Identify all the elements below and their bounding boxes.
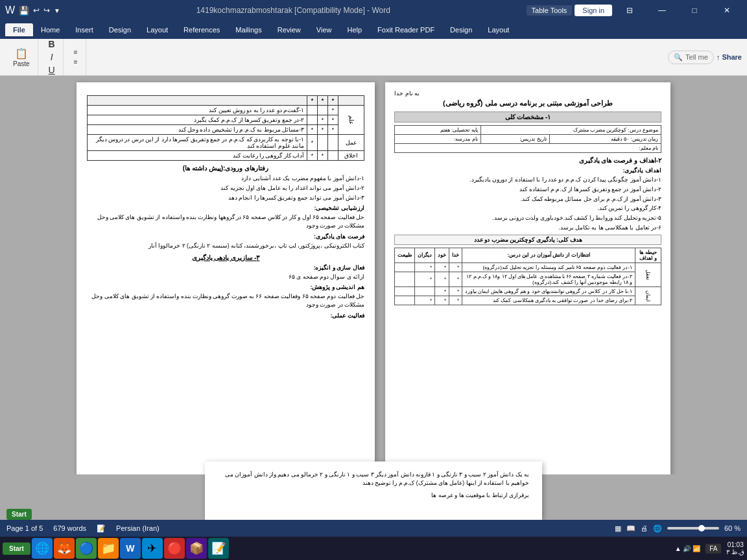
- table-row: زمان تدریس: ۵۰ دقیقه تاریخ تدریس: نام مد…: [395, 135, 661, 144]
- taskbar-chrome-icon[interactable]: 🔵: [76, 538, 97, 559]
- col-star2: *: [318, 96, 328, 106]
- objectives-table: حیطه ها و اهداف انتظارات از دانش آموزان …: [394, 248, 661, 305]
- col-self: خود: [435, 248, 449, 262]
- tab-design[interactable]: Design: [101, 23, 139, 36]
- bottom-text1: به یک دانش آموز ۲ سیب و ۳ نارنگی و ۱ قار…: [218, 471, 529, 487]
- col-star3: *: [307, 96, 318, 106]
- collaborative-title: هم اندیشی و پژوهش:: [87, 284, 364, 290]
- time: 01:03: [728, 541, 744, 548]
- italic-button[interactable]: I: [48, 51, 56, 64]
- start-button[interactable]: Start: [6, 509, 32, 520]
- view-normal-icon[interactable]: ▦: [615, 524, 621, 533]
- tab-layout2[interactable]: Layout: [480, 23, 517, 36]
- view-web-icon[interactable]: 🌐: [653, 524, 662, 533]
- paste-button[interactable]: 📋 Paste: [10, 46, 32, 69]
- right-page-title: طراحی آموزشی مبتنی بر برنامه درسی ملی (گ…: [394, 99, 661, 108]
- star-cell: *: [328, 115, 338, 125]
- tab-file[interactable]: File: [5, 23, 33, 36]
- table-row: اخلاق * * آداب کار گروهی را رعایت کند: [88, 151, 364, 161]
- taskbar-app5-icon[interactable]: 🔴: [164, 538, 185, 559]
- zoom-thumb: [698, 525, 705, 531]
- view-print-icon[interactable]: 🖨: [641, 524, 648, 532]
- system-tray-icons: ▲ 🔊 📶: [675, 545, 700, 552]
- col-star1: *: [328, 96, 338, 106]
- word-icon: W: [5, 5, 15, 16]
- taskbar-folder-icon[interactable]: 📁: [98, 538, 119, 559]
- view-read-icon[interactable]: 📖: [626, 524, 635, 533]
- page-bottom: به یک دانش آموز ۲ سیب و ۳ نارنگی و ۱ قار…: [205, 461, 542, 520]
- tab-home[interactable]: Home: [33, 23, 67, 36]
- tab-mailings[interactable]: Mailings: [228, 23, 269, 36]
- restore-button[interactable]: ⊟: [615, 0, 645, 21]
- star-cell: *: [307, 125, 318, 135]
- learning-goals-title: اهداف یادگیری:: [394, 167, 661, 174]
- tab-insert[interactable]: Insert: [67, 23, 101, 36]
- taskbar-app7-icon[interactable]: 📝: [208, 538, 229, 559]
- star: [395, 296, 415, 305]
- table-row: تعقل ۱-در فعالیت دوم صفحه ۶۵ نامبر کند و…: [395, 262, 661, 272]
- ribbon-group-paragraph: ≡ ≡: [66, 39, 86, 75]
- save-icon[interactable]: 💾: [19, 6, 29, 16]
- aql-row1: ۱-در فعالیت دوم صفحه ۶۵ نامبر کند ومسئله…: [462, 262, 635, 272]
- tab-help[interactable]: Help: [339, 23, 370, 36]
- star-cell: *: [328, 106, 338, 115]
- ribbon-tabs: File Home Insert Design Layout Reference…: [0, 21, 747, 39]
- search-icon: 🔍: [674, 53, 683, 62]
- close-button[interactable]: ✕: [712, 0, 742, 21]
- language-btn[interactable]: FA: [706, 544, 721, 554]
- taskbar-app6-icon[interactable]: 📦: [186, 538, 207, 559]
- table-row: * * * ۳-مسائل مربوط به ک.م.م را تشخیص دا…: [88, 125, 364, 135]
- col-god: خدا: [449, 248, 462, 262]
- star-cell: *: [318, 151, 328, 161]
- star-cell: *: [318, 115, 328, 125]
- tab-layout[interactable]: Layout: [139, 23, 176, 36]
- goal6: ۶-در تعامل با همکلاسی ها به تکامل برسد.: [394, 224, 661, 232]
- minimize-button[interactable]: —: [647, 0, 677, 21]
- table-row: موضوع درس: کوچکترین مضرب مشترک پایه تحصی…: [395, 126, 661, 135]
- window-title: 1419kochmazrabmoshtarak [Compatibility M…: [60, 6, 527, 15]
- star: *: [415, 272, 435, 286]
- undo-icon[interactable]: ↩: [33, 6, 40, 15]
- align-right-button[interactable]: ≡: [71, 47, 80, 57]
- pre3: ۳-دانش آموز می تواند جمع وتفریق کسرها را…: [87, 194, 364, 202]
- maximize-button[interactable]: □: [680, 0, 709, 21]
- general-info-table: موضوع درس: کوچکترین مضرب مشترک پایه تحصی…: [394, 125, 661, 153]
- pre1: ۱-دانش آموز با مفهوم مضرب یک عدد آشنایی …: [87, 174, 364, 183]
- title-bar: W 💾 ↩ ↪ ▼ 1419kochmazrabmoshtarak [Compa…: [0, 0, 747, 21]
- taskbar-telegram-icon[interactable]: ✈: [142, 538, 163, 559]
- share-button[interactable]: ↑ Share: [717, 53, 742, 61]
- subject-amal: عمل: [338, 135, 364, 151]
- table-row: ایمان ۱-با حل کار در کلاس در گروهی توانم…: [395, 286, 661, 296]
- star: *: [449, 286, 462, 296]
- iman-row2: ۲-برای رضای خدا در صورت توافقی به یادگیر…: [462, 296, 635, 305]
- quick-access-arrow[interactable]: ▼: [54, 7, 60, 14]
- ribbon-content: 📋 Paste B I U ≡ ≡ 🔍 Tell me ↑ Share: [0, 39, 747, 75]
- taskbar-firefox-icon[interactable]: 🦊: [54, 538, 75, 559]
- tab-foxit[interactable]: Foxit Reader PDF: [370, 23, 442, 36]
- teacher-cell: نام معلم:: [395, 144, 661, 153]
- main-goal: هدف کلی: یادگیری کوچکترین مضرب دو عدد: [394, 235, 661, 245]
- start-button[interactable]: Start: [3, 542, 30, 555]
- tab-review[interactable]: Review: [270, 23, 309, 36]
- star: *: [435, 296, 449, 305]
- tell-me-box[interactable]: 🔍 Tell me: [668, 51, 714, 64]
- redo-icon[interactable]: ↪: [43, 6, 50, 15]
- bold-button[interactable]: B: [46, 38, 58, 51]
- sign-in-button[interactable]: Sign in: [575, 5, 612, 16]
- tab-view[interactable]: View: [309, 23, 340, 36]
- star-cell: *: [318, 125, 328, 135]
- align-center-button[interactable]: ≡: [71, 57, 80, 67]
- taskbar-word-icon[interactable]: W: [120, 538, 141, 559]
- star: *: [435, 262, 449, 272]
- tab-references[interactable]: References: [176, 23, 228, 36]
- zoom-slider[interactable]: [667, 527, 719, 530]
- underline-button[interactable]: U: [46, 64, 58, 76]
- star-cell: *: [328, 125, 338, 135]
- taskbar-ie-icon[interactable]: 🌐: [32, 538, 53, 559]
- table-row: عمل * ۱-با توجه به کاربردی که ک.م.م در ج…: [88, 135, 364, 151]
- title-bar-right: Table Tools Sign in ⊟ — □ ✕: [527, 0, 742, 21]
- star-cell: [318, 135, 328, 151]
- tab-design2[interactable]: Design: [442, 23, 480, 36]
- practical-title: فعالیت عملی:: [87, 312, 364, 319]
- star: *: [415, 296, 435, 305]
